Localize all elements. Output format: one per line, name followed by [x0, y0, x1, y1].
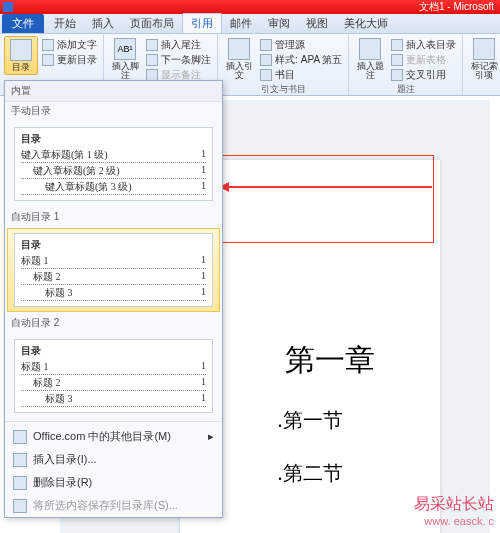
figures-icon [391, 39, 403, 51]
toc-label: 目录 [12, 63, 30, 72]
preview-heading: 目录 [21, 132, 206, 146]
watermark: 易采站长站 www. easck. c [414, 494, 494, 527]
update-toc-label: 更新目录 [57, 53, 97, 67]
mark-entry-icon [473, 38, 495, 60]
menu-insert-custom-toc[interactable]: 插入目录(I)... [5, 448, 222, 471]
window-title: 文档1 - Microsoft [419, 0, 494, 14]
endnote-label: 插入尾注 [161, 38, 201, 52]
endnote-icon [146, 39, 158, 51]
group-label-index: 索引 [467, 82, 500, 96]
update-table-icon [391, 54, 403, 66]
section-2: .第二节 [278, 460, 343, 487]
plus-icon [42, 39, 54, 51]
save-icon [13, 499, 27, 513]
tab-mailings[interactable]: 邮件 [222, 14, 260, 33]
dropdown-header-builtin: 内置 [5, 81, 222, 102]
style-value: APA 第五 [301, 53, 343, 67]
crossref-label: 交叉引用 [406, 68, 446, 82]
biblio-label: 书目 [275, 68, 295, 82]
update-table-label: 更新表格 [406, 53, 446, 67]
tab-file[interactable]: 文件 [2, 14, 44, 33]
insert-table-figures-button[interactable]: 插入表目录 [389, 38, 458, 52]
preview-row: 标题 3 [45, 392, 73, 406]
add-text-button[interactable]: 添加文字 [40, 38, 99, 52]
style-icon [260, 54, 272, 66]
insert-footnote-button[interactable]: AB¹ 插入脚注 [108, 36, 142, 82]
app-icon [3, 2, 13, 12]
menu-save-selection: 将所选内容保存到目录库(S)... [5, 494, 222, 517]
toc-option-auto1[interactable]: 目录 标题 11 标题 21 标题 31 [7, 228, 220, 312]
menu-office-more[interactable]: Office.com 中的其他目录(M)▸ [5, 425, 222, 448]
tab-insert[interactable]: 插入 [84, 14, 122, 33]
insert-icon [13, 453, 27, 467]
preview-heading: 目录 [21, 344, 206, 358]
preview-row: 标题 3 [45, 286, 73, 300]
insert-footnote-label: 插入脚注 [108, 62, 142, 80]
next-icon [146, 54, 158, 66]
preview-page: 1 [201, 254, 206, 268]
tab-home[interactable]: 开始 [46, 14, 84, 33]
chevron-right-icon: ▸ [208, 430, 214, 443]
manage-sources-label: 管理源 [275, 38, 305, 52]
insert-citation-button[interactable]: 插入引文 [222, 36, 256, 82]
preview-auto2: 目录 标题 11 标题 21 标题 31 [14, 339, 213, 413]
update-table-button[interactable]: 更新表格 [389, 53, 458, 67]
menu-label: 删除目录(R) [33, 475, 92, 490]
mark-entry-label: 标记索引项 [467, 62, 500, 80]
cross-reference-button[interactable]: 交叉引用 [389, 68, 458, 82]
insert-caption-label: 插入题注 [353, 62, 387, 80]
preview-row: 键入章标题(第 2 级) [33, 164, 120, 178]
insert-caption-button[interactable]: 插入题注 [353, 36, 387, 82]
preview-manual: 目录 键入章标题(第 1 级)1 键入章标题(第 2 级)1 键入章标题(第 3… [14, 127, 213, 201]
group-index: 标记索引项 插入索引 更新索引 索引 [463, 34, 500, 95]
tab-beautify[interactable]: 美化大师 [336, 14, 396, 33]
dropdown-label-auto2: 自动目录 2 [5, 314, 222, 332]
preview-row: 标题 2 [33, 376, 61, 390]
footnote-ab-icon: AB¹ [114, 38, 136, 60]
menu-label: 将所选内容保存到目录库(S)... [33, 498, 178, 513]
office-icon [13, 430, 27, 444]
preview-row: 标题 2 [33, 270, 61, 284]
toc-button[interactable]: 目录 [4, 36, 38, 75]
preview-page: 1 [201, 164, 206, 178]
biblio-icon [260, 69, 272, 81]
toc-option-auto2[interactable]: 目录 标题 11 标题 21 标题 31 [7, 334, 220, 418]
insert-citation-label: 插入引文 [222, 62, 256, 80]
tab-layout[interactable]: 页面布局 [122, 14, 182, 33]
next-footnote-button[interactable]: 下一条脚注 [144, 53, 213, 67]
bibliography-button[interactable]: 书目 [258, 68, 344, 82]
tab-references[interactable]: 引用 [182, 13, 222, 33]
manage-icon [260, 39, 272, 51]
add-text-label: 添加文字 [57, 38, 97, 52]
next-footnote-label: 下一条脚注 [161, 53, 211, 67]
toc-gallery-dropdown: 内置 手动目录 目录 键入章标题(第 1 级)1 键入章标题(第 2 级)1 键… [4, 80, 223, 518]
preview-row: 键入章标题(第 1 级) [21, 148, 108, 162]
preview-heading: 目录 [21, 238, 206, 252]
group-captions: 插入题注 插入表目录 更新表格 交叉引用 题注 [349, 34, 463, 95]
mark-entry-button[interactable]: 标记索引项 [467, 36, 500, 82]
insert-endnote-button[interactable]: 插入尾注 [144, 38, 213, 52]
menu-remove-toc[interactable]: 删除目录(R) [5, 471, 222, 494]
preview-row: 标题 1 [21, 254, 49, 268]
toc-icon [10, 39, 32, 61]
group-label-citations: 引文与书目 [222, 82, 344, 96]
caption-icon [359, 38, 381, 60]
annotation-arrow [222, 186, 432, 188]
dropdown-label-manual: 手动目录 [5, 102, 222, 120]
style-prefix: 样式: [275, 53, 298, 67]
preview-page: 1 [201, 376, 206, 390]
preview-page: 1 [201, 392, 206, 406]
menu-label: Office.com 中的其他目录(M) [33, 429, 171, 444]
manage-sources-button[interactable]: 管理源 [258, 38, 344, 52]
tab-review[interactable]: 审阅 [260, 14, 298, 33]
group-label-captions: 题注 [353, 82, 458, 96]
tof-label: 插入表目录 [406, 38, 456, 52]
remove-icon [13, 476, 27, 490]
refresh-icon [42, 54, 54, 66]
tab-view[interactable]: 视图 [298, 14, 336, 33]
preview-page: 1 [201, 270, 206, 284]
update-toc-button[interactable]: 更新目录 [40, 53, 99, 67]
toc-option-manual[interactable]: 目录 键入章标题(第 1 级)1 键入章标题(第 2 级)1 键入章标题(第 3… [7, 122, 220, 206]
watermark-line2: www. easck. c [414, 515, 494, 527]
style-select[interactable]: 样式:APA 第五 [258, 53, 344, 67]
